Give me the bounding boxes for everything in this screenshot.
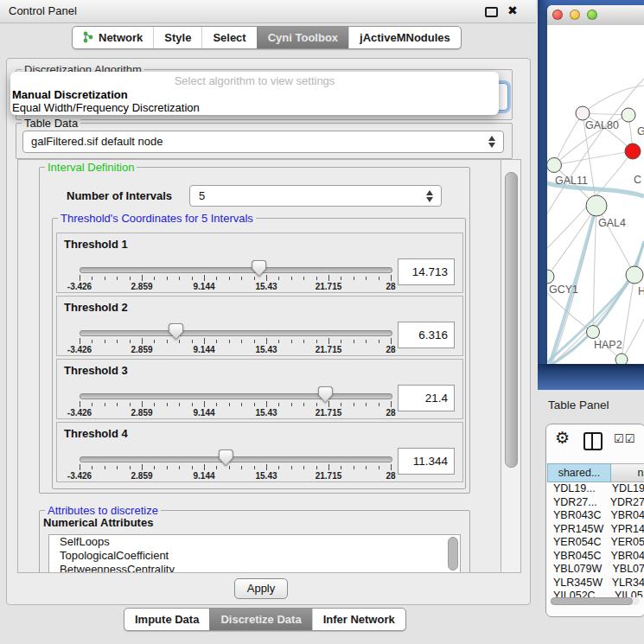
- tick-mark: [229, 466, 230, 469]
- table-row[interactable]: YDR27...YDR27: [547, 496, 644, 510]
- slider-track[interactable]: [80, 393, 392, 399]
- tick-mark: [154, 403, 155, 406]
- tab-discretize-data[interactable]: Discretize Data: [209, 609, 311, 630]
- tab-select[interactable]: Select: [201, 27, 256, 48]
- gear-icon[interactable]: ⚙: [555, 428, 570, 448]
- network-node[interactable]: [576, 106, 590, 120]
- cell-shared-name: YIL052C: [547, 590, 611, 597]
- table-row[interactable]: YPR145WYPR14: [547, 523, 644, 537]
- network-node[interactable]: [587, 326, 600, 339]
- tick-mark: [391, 338, 392, 344]
- checkboxes-icon[interactable]: ☑☑: [614, 432, 635, 445]
- column-header-shared[interactable]: shared...: [547, 463, 611, 482]
- traffic-zoom-icon[interactable]: [587, 10, 597, 20]
- tick-mark: [391, 401, 392, 407]
- table-row[interactable]: YIL052CYIL05: [547, 590, 644, 597]
- traffic-minimize-icon[interactable]: [570, 10, 580, 20]
- network-window-titlebar[interactable]: [547, 5, 644, 26]
- slider-track[interactable]: [80, 456, 392, 462]
- table-row[interactable]: YDL19...YDL19: [547, 482, 644, 496]
- horizontal-scrollbar[interactable]: [550, 597, 640, 605]
- num-intervals-spinner[interactable]: 5: [189, 185, 442, 207]
- tick-mark: [216, 403, 217, 406]
- vertical-scrollbar[interactable]: [501, 160, 520, 572]
- slider-track[interactable]: [80, 330, 392, 336]
- network-node[interactable]: [622, 108, 635, 122]
- tick-label: 15.43: [240, 282, 292, 291]
- tab-cyni-toolbox[interactable]: Cyni Toolbox: [257, 27, 348, 48]
- scrollbar-thumb[interactable]: [551, 597, 633, 605]
- tick-mark: [291, 277, 292, 280]
- popup-option-equal-width-frequency[interactable]: Equal Width/Frequency Discretization: [10, 101, 499, 114]
- attribute-item[interactable]: BetweennessCentrality: [49, 563, 460, 573]
- slider-track[interactable]: [80, 267, 392, 273]
- tab-infer-network[interactable]: Infer Network: [312, 609, 405, 630]
- group-title: Threshold's Coordinates for 5 Intervals: [58, 212, 256, 225]
- tick-label: -3.426: [54, 471, 105, 481]
- tab-style[interactable]: Style: [153, 27, 201, 48]
- network-node-label: G: [637, 125, 644, 137]
- table-row[interactable]: YER054CYER05: [547, 536, 644, 550]
- tick-label: -3.426: [54, 282, 105, 291]
- tick-mark: [167, 340, 168, 343]
- table-data-value: galFiltered.sif default node: [31, 135, 163, 148]
- table-row[interactable]: YBR045CYBR04: [547, 550, 644, 564]
- network-node[interactable]: [626, 266, 643, 284]
- cell-shared-name: YLR345W: [547, 577, 609, 590]
- cell-shared-name: YER054C: [547, 536, 607, 550]
- tick-label: 21.715: [303, 345, 354, 354]
- slider-scale: -3.4262.8599.14415.4321.71528: [80, 463, 391, 482]
- tick-mark: [80, 464, 80, 470]
- tick-mark: [354, 340, 354, 343]
- threshold-value-field[interactable]: 11.344: [398, 448, 455, 475]
- group-title: Attributes to discretize: [45, 504, 161, 517]
- traffic-close-icon[interactable]: [552, 10, 563, 20]
- tick-mark: [241, 403, 242, 406]
- tick-mark: [154, 277, 155, 280]
- tab-network[interactable]: Network: [73, 27, 153, 48]
- network-icon: [83, 29, 94, 49]
- network-canvas[interactable]: GAL80GCGAL11GAL4GCY1HHAP2: [547, 25, 644, 364]
- network-node[interactable]: [615, 354, 628, 364]
- popup-option-manual-discretization[interactable]: Manual Discretization: [10, 88, 499, 101]
- apply-button[interactable]: Apply: [234, 578, 288, 599]
- table-data-combobox[interactable]: galFiltered.sif default node: [22, 131, 504, 153]
- columns-icon[interactable]: [583, 432, 603, 450]
- tick-mark: [366, 403, 367, 406]
- popup-header: Select algorithm to view settings: [10, 74, 499, 88]
- tick-mark: [204, 401, 205, 407]
- network-node[interactable]: [547, 270, 554, 284]
- network-node-label: GCY1: [549, 284, 578, 296]
- tab-jactivemnodules[interactable]: jActiveMNodules: [348, 27, 461, 48]
- attribute-item[interactable]: SelfLoops: [49, 535, 460, 549]
- attribute-item[interactable]: TopologicalCoefficient: [49, 549, 460, 563]
- table-row[interactable]: YBL079WYBL07: [547, 563, 644, 577]
- tick-mark: [354, 403, 354, 406]
- tick-mark: [266, 338, 267, 344]
- column-header-name[interactable]: na: [611, 463, 644, 482]
- table-row[interactable]: YBR043CYBR04: [547, 509, 644, 523]
- threshold-value-field[interactable]: 21.4: [398, 385, 455, 411]
- tick-mark: [204, 275, 205, 281]
- close-icon[interactable]: ✖: [507, 3, 518, 17]
- scrollbar-thumb[interactable]: [505, 172, 518, 468]
- tick-mark: [379, 403, 379, 406]
- network-node[interactable]: [625, 143, 641, 159]
- threshold-row: Threshold 3 -3.4262.8599.14415.4321.7152…: [56, 359, 463, 419]
- tick-mark: [303, 340, 304, 343]
- numerical-attributes-list[interactable]: SelfLoopsTopologicalCoefficientBetweenne…: [48, 534, 461, 573]
- table-row[interactable]: YLR345WYLR34: [547, 577, 644, 590]
- threshold-value-field[interactable]: 6.316: [398, 322, 455, 348]
- tick-mark: [130, 340, 131, 343]
- tick-label: 9.144: [178, 282, 230, 291]
- tick-mark: [142, 275, 143, 281]
- network-node[interactable]: [547, 158, 562, 173]
- threshold-value-field[interactable]: 14.713: [398, 258, 455, 285]
- tab-impute-data[interactable]: Impute Data: [124, 609, 209, 630]
- float-window-icon[interactable]: [485, 7, 498, 17]
- scrollbar-thumb[interactable]: [448, 537, 458, 571]
- tick-mark: [204, 464, 205, 470]
- numerical-attributes-heading: Numerical Attributes: [43, 516, 153, 529]
- tick-mark: [303, 277, 304, 280]
- network-node[interactable]: [586, 195, 607, 216]
